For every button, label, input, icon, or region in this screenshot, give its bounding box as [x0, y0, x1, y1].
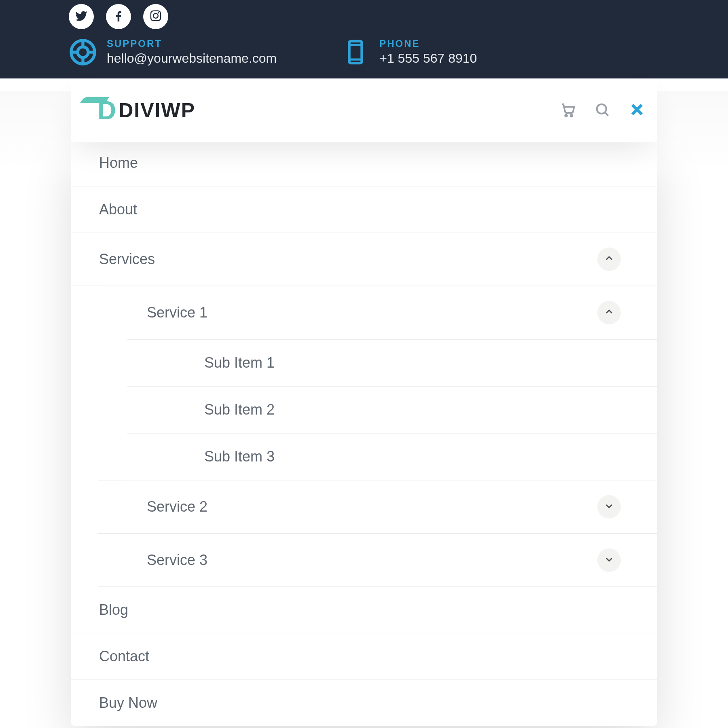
phone-value[interactable]: +1 555 567 8910	[379, 51, 477, 66]
svg-line-12	[605, 112, 608, 116]
twitter-link[interactable]	[69, 4, 94, 29]
nav-sub-item-2-label: Sub Item 2	[204, 401, 629, 418]
nav-about[interactable]: About	[71, 186, 657, 233]
instagram-icon	[149, 9, 163, 24]
nav-buy-now[interactable]: Buy Now	[71, 680, 657, 726]
chevron-up-icon	[604, 254, 614, 265]
svg-point-9	[565, 115, 567, 117]
service-3-toggle[interactable]	[597, 548, 621, 572]
cart-icon	[559, 112, 576, 119]
nav-services-label: Services	[99, 251, 597, 268]
support-value[interactable]: hello@yourwebsitename.com	[107, 51, 277, 66]
nav-sub-item-3-label: Sub Item 3	[204, 448, 629, 465]
nav-blog-label: Blog	[99, 601, 629, 618]
chevron-up-icon	[604, 307, 614, 318]
header-actions	[559, 102, 645, 119]
services-toggle[interactable]	[597, 248, 621, 271]
phone-block: PHONE +1 555 567 8910	[341, 38, 477, 66]
facebook-icon	[112, 9, 125, 24]
nav-service-3-label: Service 3	[147, 552, 597, 569]
logo-text-a: DIVI	[119, 99, 161, 122]
search-button[interactable]	[594, 102, 610, 119]
nav-contact-label: Contact	[99, 648, 629, 665]
phone-label: PHONE	[379, 38, 477, 49]
mobile-menu-panel: Home About Services Service 1 Sub Item 1…	[71, 140, 657, 726]
menu-close-button[interactable]	[629, 102, 645, 119]
instagram-link[interactable]	[143, 4, 168, 29]
close-icon	[629, 112, 645, 119]
nav-service-2[interactable]: Service 2	[98, 480, 657, 533]
nav-service-1[interactable]: Service 1	[98, 286, 657, 339]
nav-service-2-label: Service 2	[147, 498, 597, 515]
phone-icon	[341, 38, 370, 66]
nav-blog[interactable]: Blog	[71, 587, 657, 633]
facebook-link[interactable]	[106, 4, 131, 29]
contact-row: SUPPORT hello@yourwebsitename.com PHONE …	[69, 38, 659, 66]
chevron-down-icon	[604, 554, 614, 566]
nav-about-label: About	[99, 201, 629, 218]
nav-sub-item-1[interactable]: Sub Item 1	[127, 339, 657, 386]
twitter-icon	[74, 9, 88, 24]
nav-sub-item-1-label: Sub Item 1	[204, 354, 629, 371]
nav-service-3[interactable]: Service 3	[98, 533, 657, 587]
site-header: D DIVIWP	[71, 78, 657, 142]
nav-sub-item-2[interactable]: Sub Item 2	[127, 386, 657, 433]
service-1-toggle[interactable]	[597, 301, 621, 324]
nav-services[interactable]: Services	[71, 233, 657, 286]
svg-point-11	[597, 104, 606, 114]
chevron-down-icon	[604, 501, 614, 512]
nav-sub-item-3[interactable]: Sub Item 3	[127, 433, 657, 480]
cart-button[interactable]	[559, 102, 576, 119]
logo-text: DIVIWP	[119, 99, 195, 122]
support-label: SUPPORT	[107, 38, 277, 49]
logo-mark: D	[75, 95, 115, 125]
social-links	[69, 0, 659, 29]
nav-contact[interactable]: Contact	[71, 633, 657, 680]
nav-buy-now-label: Buy Now	[99, 694, 629, 711]
nav-service-1-label: Service 1	[147, 304, 597, 321]
service-2-toggle[interactable]	[597, 495, 621, 518]
top-bar: SUPPORT hello@yourwebsitename.com PHONE …	[0, 0, 728, 78]
logo[interactable]: D DIVIWP	[75, 95, 195, 125]
support-icon	[69, 38, 97, 66]
svg-point-1	[78, 47, 88, 57]
support-block: SUPPORT hello@yourwebsitename.com	[69, 38, 277, 66]
search-icon	[594, 112, 610, 119]
svg-point-10	[571, 115, 573, 117]
logo-text-b: WP	[161, 99, 195, 122]
